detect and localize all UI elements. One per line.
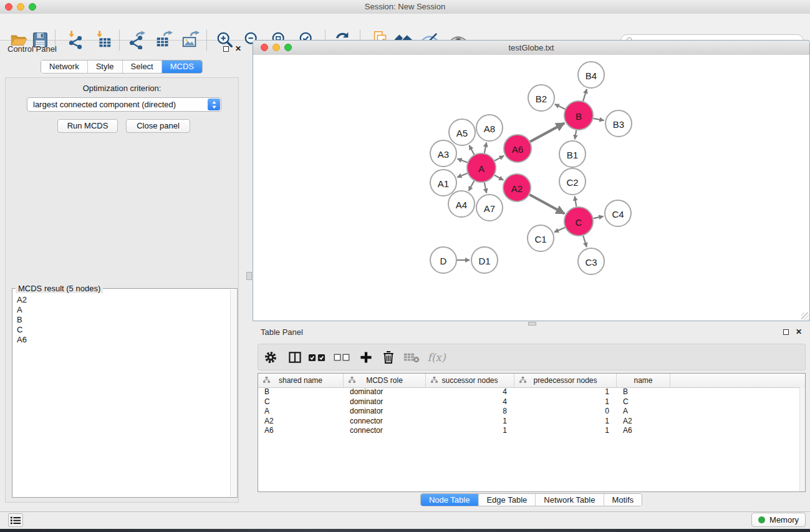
import-network-button[interactable] (66, 31, 85, 49)
tab-edge-table[interactable]: Edge Table (478, 494, 536, 506)
network-window-titlebar[interactable]: testGlobe.txt (253, 41, 809, 56)
network-window-title: testGlobe.txt (253, 41, 809, 55)
show-columns-button[interactable] (286, 349, 304, 366)
deselect-all-columns-button[interactable] (333, 349, 350, 366)
delete-table-button[interactable] (403, 349, 420, 366)
node-label-C3: C3 (585, 257, 597, 268)
node-label-D: D (440, 256, 447, 266)
column-type-icon (519, 377, 526, 385)
edge-A-A2[interactable] (494, 175, 503, 180)
close-panel-button[interactable]: Close panel (126, 119, 190, 133)
edge-C-C1[interactable] (554, 228, 565, 233)
table-row[interactable]: Bdominator41B (258, 387, 800, 397)
vertical-split-handle[interactable] (246, 272, 252, 280)
edge-A-A7[interactable] (485, 183, 486, 193)
export-image-button[interactable] (181, 31, 200, 49)
horizontal-split-handle[interactable] (528, 322, 536, 326)
function-builder-button[interactable]: f(x) (428, 349, 445, 366)
column-header-label: predecessor nodes (533, 376, 597, 385)
column-header-successor-nodes[interactable]: successor nodes (426, 374, 514, 387)
column-header-mcds-role[interactable]: MCDS role (344, 374, 426, 387)
table-panel-title: Table Panel (261, 327, 303, 337)
optimization-criterion-select[interactable]: largest connected component (directed) (27, 97, 221, 112)
column-type-icon (431, 377, 438, 385)
run-mcds-button[interactable]: Run MCDS (57, 119, 118, 133)
tab-node-table[interactable]: Node Table (421, 494, 479, 506)
control-panel-float-button[interactable] (223, 45, 229, 54)
table-cell: 1 (426, 426, 514, 436)
edge-B-B2[interactable] (555, 104, 566, 109)
edge-A-A3[interactable] (458, 159, 468, 163)
table-cell: A6 (617, 426, 670, 436)
column-header-shared-name[interactable]: shared name (258, 374, 344, 387)
dropdown-stepper-icon (208, 99, 220, 110)
mcds-result-item[interactable]: A (14, 305, 230, 315)
table-cell: 0 (514, 407, 617, 417)
edge-C-C4[interactable] (594, 216, 604, 218)
mcds-result-item[interactable]: A2 (14, 295, 230, 305)
edge-A2-C[interactable] (529, 195, 564, 214)
node-label-C2: C2 (566, 177, 578, 188)
table-scrollbar[interactable] (799, 387, 805, 491)
table-cell: A2 (258, 417, 344, 427)
mcds-result-scrollbar[interactable] (230, 289, 236, 496)
memory-button[interactable]: Memory (751, 513, 806, 527)
table-row[interactable]: A2connector11A2 (258, 417, 800, 427)
table-row[interactable]: Adominator80A (258, 407, 800, 417)
edge-C-C2[interactable] (575, 196, 577, 207)
window-resize-grip[interactable] (801, 312, 809, 320)
column-header-predecessor-nodes[interactable]: predecessor nodes (514, 374, 617, 387)
import-table-button[interactable] (94, 31, 113, 49)
mcds-result-item[interactable]: B (14, 315, 230, 325)
node-label-A8: A8 (484, 123, 495, 134)
panel-menu-button[interactable] (8, 513, 23, 527)
network-canvas[interactable]: B4B2BB3A8A5A6A3B1AC2A1A2A4A7C4CC1DD1C3 (253, 55, 809, 321)
table-row[interactable]: Cdominator41C (258, 397, 800, 407)
table-cell: 1 (514, 387, 617, 397)
edge-A6-B[interactable] (530, 123, 564, 142)
mcds-result-item[interactable]: A6 (14, 335, 230, 345)
tab-select[interactable]: Select (123, 60, 162, 73)
delete-column-button[interactable] (380, 349, 397, 366)
column-header-label: MCDS role (366, 376, 403, 385)
table-cell: dominator (344, 407, 426, 417)
mcds-result-item[interactable]: C (14, 325, 230, 335)
edge-A-A5[interactable] (470, 145, 475, 155)
columns-icon (287, 350, 302, 365)
node-label-B4: B4 (586, 70, 597, 81)
export-network-icon (127, 31, 146, 49)
delete-table-icon (403, 351, 420, 364)
edge-A-A4[interactable] (469, 181, 475, 191)
node-label-C1: C1 (534, 234, 546, 244)
mcds-result-title: MCDS result (5 nodes) (16, 284, 103, 293)
desktop-background-strip (0, 529, 810, 532)
column-header-label: shared name (279, 376, 322, 385)
edge-B-B4[interactable] (583, 89, 587, 101)
select-all-columns-button[interactable] (308, 349, 325, 366)
tab-network-table[interactable]: Network Table (536, 494, 604, 506)
edge-A-A8[interactable] (485, 143, 486, 153)
edge-B-B1[interactable] (575, 130, 576, 140)
control-panel-close-button[interactable]: ✕ (235, 44, 241, 53)
table-settings-button[interactable] (262, 349, 279, 366)
tab-style[interactable]: Style (88, 60, 123, 73)
table-cell: B (258, 387, 344, 397)
edge-C-C3[interactable] (583, 236, 587, 247)
column-header-name[interactable]: name (617, 374, 670, 387)
create-column-button[interactable] (357, 349, 375, 366)
control-panel-tabs: NetworkStyleSelectMCDS (41, 60, 203, 74)
edge-A-A1[interactable] (457, 173, 467, 177)
export-network-button[interactable] (127, 31, 146, 49)
table-panel-float-button[interactable] (783, 328, 789, 337)
table-panel-close-button[interactable]: ✕ (796, 327, 802, 336)
tab-motifs[interactable]: Motifs (604, 494, 642, 506)
toolbar-separator (206, 30, 207, 51)
table-row[interactable]: A6connector11A6 (258, 426, 800, 436)
edge-A-A6[interactable] (494, 156, 504, 161)
table-cell: A (258, 407, 344, 417)
tab-network[interactable]: Network (41, 60, 88, 73)
export-table-button[interactable] (154, 31, 173, 49)
tab-mcds[interactable]: MCDS (162, 60, 202, 73)
edge-B-B3[interactable] (594, 118, 604, 120)
table-cell: 1 (514, 417, 617, 427)
